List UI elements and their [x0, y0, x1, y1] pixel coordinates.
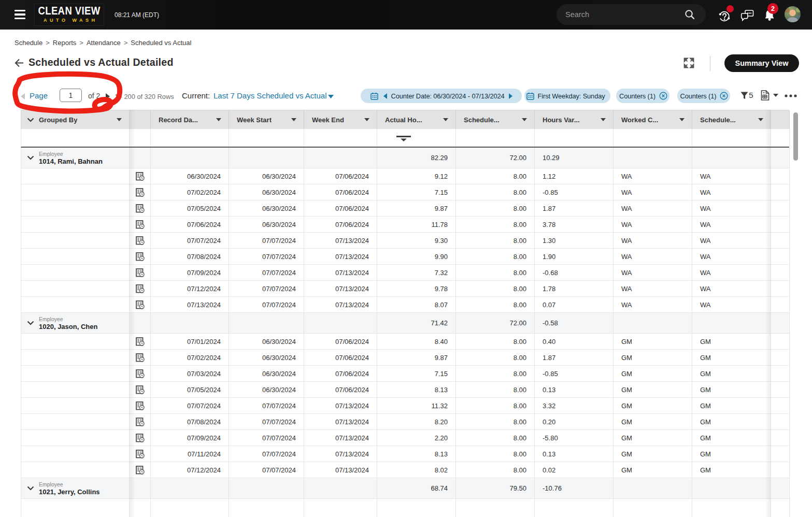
- group-collapse-chevron-icon[interactable]: [27, 155, 34, 160]
- column-header-0[interactable]: Grouped By: [21, 110, 130, 129]
- detail-cell: WA: [614, 281, 692, 297]
- record-details-icon[interactable]: [136, 466, 145, 475]
- column-menu-caret-icon[interactable]: [117, 118, 122, 121]
- column-menu-caret-icon[interactable]: [443, 118, 448, 121]
- brand-logo[interactable]: CLEAN VIEW AUTO WASH: [34, 4, 104, 26]
- filter-cell-9[interactable]: [692, 129, 771, 147]
- chip-next-arrow[interactable]: [508, 93, 512, 99]
- hamburger-menu-icon[interactable]: [15, 10, 25, 21]
- column-header-8[interactable]: Worked C...: [614, 110, 692, 129]
- record-details-icon[interactable]: [136, 353, 145, 362]
- filter-cell-7[interactable]: [535, 129, 614, 147]
- column-menu-caret-icon[interactable]: [758, 118, 763, 121]
- column-header-2[interactable]: Record Da...: [151, 110, 229, 129]
- user-avatar[interactable]: [785, 6, 801, 22]
- record-icon-cell: [130, 366, 151, 382]
- detail-cell: 8.13: [377, 382, 456, 398]
- detail-row: 07/13/202407/07/202407/13/20248.078.000.…: [21, 297, 789, 313]
- back-arrow-button[interactable]: [15, 58, 24, 68]
- column-header-6[interactable]: Schedule...: [456, 110, 535, 129]
- filter-cell-6[interactable]: [456, 129, 535, 147]
- collapse-all-chevron-icon[interactable]: [27, 118, 34, 122]
- active-filter-icon[interactable]: [396, 136, 411, 141]
- column-header-4[interactable]: Week End: [304, 110, 377, 129]
- breadcrumb-attendance[interactable]: Attendance: [87, 39, 121, 47]
- record-details-icon[interactable]: [136, 434, 145, 442]
- filters-button[interactable]: 5: [740, 91, 753, 100]
- record-details-icon[interactable]: [136, 385, 145, 394]
- filter-cell-5[interactable]: [377, 129, 456, 147]
- chip-remove-icon[interactable]: [659, 92, 667, 100]
- record-details-icon[interactable]: [136, 450, 145, 458]
- column-menu-caret-icon[interactable]: [522, 118, 527, 121]
- record-details-icon[interactable]: [136, 284, 145, 293]
- chip-prev-arrow[interactable]: [383, 93, 388, 99]
- filter-cell-3[interactable]: [229, 129, 304, 147]
- record-details-icon[interactable]: [136, 337, 145, 346]
- detail-row: 07/09/202407/07/202407/13/20242.208.00-5…: [21, 430, 789, 446]
- column-header-5[interactable]: Actual Ho...: [377, 110, 456, 129]
- record-details-icon[interactable]: [136, 369, 145, 378]
- detail-cell: 07/13/2024: [304, 281, 377, 297]
- breadcrumb-schedule[interactable]: Schedule: [15, 39, 42, 47]
- search-icon[interactable]: [684, 9, 695, 20]
- record-details-icon[interactable]: [136, 172, 145, 181]
- column-header-9[interactable]: Schedule...: [692, 110, 771, 129]
- group-collapse-chevron-icon[interactable]: [27, 321, 34, 325]
- record-details-icon[interactable]: [136, 236, 145, 245]
- detail-cell: GM: [614, 366, 692, 382]
- column-menu-caret-icon[interactable]: [364, 118, 369, 121]
- chevron-down-icon[interactable]: [328, 95, 334, 98]
- record-details-icon[interactable]: [136, 188, 145, 197]
- detail-cell: 9.87: [377, 200, 456, 217]
- filter-chip-counters-1[interactable]: Counters (1): [616, 89, 669, 103]
- filter-count: 5: [749, 91, 753, 100]
- record-details-icon[interactable]: [136, 401, 145, 410]
- record-details-icon[interactable]: [136, 204, 145, 213]
- search-box[interactable]: [557, 4, 706, 25]
- detail-row: 07/01/202406/30/202407/06/20248.408.000.…: [21, 334, 789, 350]
- detail-cell: 06/30/2024: [229, 350, 304, 366]
- search-input[interactable]: [557, 10, 681, 19]
- summary-view-button[interactable]: Summary View: [724, 54, 799, 72]
- chevron-down-icon: [773, 94, 778, 97]
- column-header-3[interactable]: Week Start: [229, 110, 304, 129]
- column-menu-caret-icon[interactable]: [291, 118, 296, 121]
- detail-cell: WA: [692, 281, 771, 297]
- chip-remove-icon[interactable]: [720, 92, 728, 100]
- previous-page-button[interactable]: [21, 93, 25, 99]
- record-details-icon[interactable]: [136, 220, 145, 229]
- notifications-bell-icon[interactable]: 2: [763, 8, 776, 22]
- filter-cell-8[interactable]: [614, 129, 692, 147]
- fullscreen-expand-icon[interactable]: [683, 58, 694, 68]
- messages-icon[interactable]: [740, 8, 754, 22]
- breadcrumb-reports[interactable]: Reports: [53, 39, 77, 47]
- detail-empty-cell: [21, 265, 130, 281]
- more-options-button[interactable]: [785, 94, 797, 97]
- column-menu-caret-icon[interactable]: [679, 118, 685, 121]
- column-header-7[interactable]: Hours Var...: [535, 110, 614, 129]
- filter-chip-counter-date[interactable]: Counter Date: 06/30/2024 - 07/13/2024: [361, 89, 522, 103]
- help-icon[interactable]: [717, 8, 731, 22]
- current-view-dropdown[interactable]: Last 7 Days Scheduled vs Actual: [213, 91, 326, 100]
- vertical-scrollbar-thumb[interactable]: [793, 112, 798, 161]
- record-details-icon[interactable]: [136, 252, 145, 261]
- filter-chip-counters-2[interactable]: Counters (1): [677, 89, 730, 103]
- column-menu-caret-icon[interactable]: [216, 118, 221, 121]
- breadcrumb-scheduled-vs-actual[interactable]: Scheduled vs Actual: [131, 39, 191, 47]
- filter-cell-4[interactable]: [304, 129, 377, 147]
- filter-chip-first-weekday[interactable]: First Weekday: Sunday: [524, 89, 610, 103]
- next-page-button[interactable]: [105, 93, 110, 99]
- filter-cell-2[interactable]: [151, 129, 229, 147]
- record-details-icon[interactable]: [136, 418, 145, 426]
- record-details-icon[interactable]: [136, 268, 145, 277]
- detail-cell: 11.78: [377, 217, 456, 233]
- detail-cell: 2.20: [377, 430, 456, 446]
- record-details-icon[interactable]: [136, 300, 145, 309]
- filter-cell-1[interactable]: [130, 129, 151, 147]
- page-number-input[interactable]: [60, 89, 82, 102]
- group-collapse-chevron-icon[interactable]: [27, 486, 34, 491]
- export-button[interactable]: [761, 90, 778, 100]
- group-empty-cell: [304, 313, 377, 334]
- column-menu-caret-icon[interactable]: [601, 118, 606, 121]
